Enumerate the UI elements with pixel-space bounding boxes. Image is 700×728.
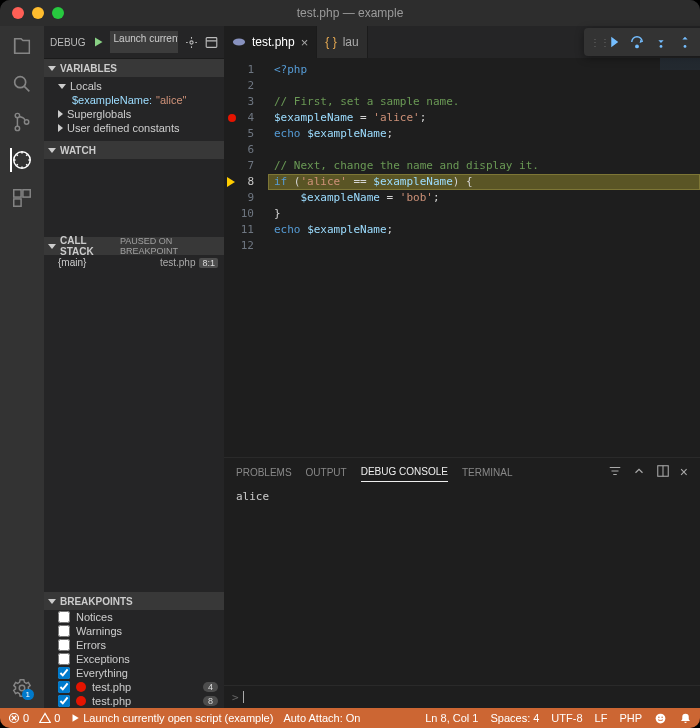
- gutter-line[interactable]: 9: [224, 190, 268, 206]
- code-line[interactable]: $exampleName = 'alice';: [268, 110, 700, 126]
- code-area[interactable]: <?php// First, set a sample name.$exampl…: [268, 58, 700, 457]
- explorer-icon[interactable]: [10, 34, 34, 58]
- status-cursor-pos[interactable]: Ln 8, Col 1: [425, 712, 478, 724]
- gutter-line[interactable]: 11: [224, 222, 268, 238]
- gutter-line[interactable]: 5: [224, 126, 268, 142]
- start-debug-button[interactable]: [92, 36, 104, 48]
- superglobals-node[interactable]: Superglobals: [44, 107, 224, 121]
- step-out-button[interactable]: [676, 33, 694, 51]
- zoom-window-button[interactable]: [52, 7, 64, 19]
- breakpoint-checkbox[interactable]: [58, 625, 70, 637]
- breakpoint-checkbox[interactable]: [58, 639, 70, 651]
- breakpoint-checkbox[interactable]: [58, 611, 70, 623]
- code-line[interactable]: // First, set a sample name.: [268, 94, 700, 110]
- minimize-window-button[interactable]: [32, 7, 44, 19]
- gutter-line[interactable]: 10: [224, 206, 268, 222]
- callstack-section-header[interactable]: CALL STACKPAUSED ON BREAKPOINT: [44, 237, 224, 255]
- breakpoints-section-header[interactable]: BREAKPOINTS: [44, 592, 224, 610]
- breakpoint-checkbox[interactable]: [58, 681, 70, 693]
- user-constants-node[interactable]: User defined constants: [44, 121, 224, 135]
- code-line[interactable]: [268, 142, 700, 158]
- status-auto-attach[interactable]: Auto Attach: On: [283, 712, 360, 724]
- gutter-line[interactable]: 8: [224, 174, 268, 190]
- status-launch-config[interactable]: Launch currently open script (example): [70, 712, 273, 724]
- collapse-panel-icon[interactable]: [632, 464, 646, 480]
- gutter-line[interactable]: 12: [224, 238, 268, 254]
- code-line[interactable]: [268, 78, 700, 94]
- filter-icon[interactable]: [608, 464, 622, 480]
- extensions-icon[interactable]: [10, 186, 34, 210]
- breakpoint-category[interactable]: Exceptions: [44, 652, 224, 666]
- code-line[interactable]: $exampleName = 'bob';: [268, 190, 700, 206]
- status-eol[interactable]: LF: [595, 712, 608, 724]
- tab-test-php[interactable]: test.php ×: [224, 26, 317, 58]
- status-warnings[interactable]: 0: [39, 712, 60, 724]
- gutter-line[interactable]: 2: [224, 78, 268, 94]
- status-errors[interactable]: 0: [8, 712, 29, 724]
- status-feedback-icon[interactable]: [654, 712, 667, 725]
- variables-section-header[interactable]: VARIABLES: [44, 59, 224, 77]
- source-control-icon[interactable]: [10, 110, 34, 134]
- gutter-line[interactable]: 4: [224, 110, 268, 126]
- gutter-line[interactable]: 6: [224, 142, 268, 158]
- step-over-button[interactable]: [628, 33, 646, 51]
- code-editor[interactable]: 123456789101112 <?php// First, set a sam…: [224, 58, 700, 457]
- tab-launch-json[interactable]: { } lau: [317, 26, 367, 58]
- close-panel-icon[interactable]: ×: [680, 464, 688, 480]
- debug-toolbar[interactable]: ⋮⋮: [584, 28, 700, 56]
- settings-gear-icon[interactable]: 1: [10, 676, 34, 700]
- debug-console-input[interactable]: >: [224, 685, 700, 708]
- status-bell-icon[interactable]: [679, 712, 692, 725]
- code-line[interactable]: echo $exampleName;: [268, 222, 700, 238]
- breakpoint-checkbox[interactable]: [58, 695, 70, 707]
- gutter-line[interactable]: 7: [224, 158, 268, 174]
- watch-section-header[interactable]: WATCH: [44, 141, 224, 159]
- status-encoding[interactable]: UTF-8: [551, 712, 582, 724]
- breakpoint-label: test.php: [92, 681, 131, 693]
- variable-item[interactable]: $exampleName: "alice": [44, 93, 224, 107]
- breakpoint-checkbox[interactable]: [58, 653, 70, 665]
- breakpoint-category[interactable]: Notices: [44, 610, 224, 624]
- close-window-button[interactable]: [12, 7, 24, 19]
- code-line[interactable]: if ('alice' == $exampleName) {: [268, 174, 700, 190]
- code-line[interactable]: <?php: [268, 62, 700, 78]
- maximize-panel-icon[interactable]: [656, 464, 670, 480]
- svg-point-2: [15, 126, 19, 130]
- callstack-frame[interactable]: {main} test.php 8:1: [44, 255, 224, 270]
- debug-config-select[interactable]: Launch currently op: [110, 31, 178, 53]
- toolbar-grip-icon[interactable]: ⋮⋮: [590, 37, 598, 48]
- minimap[interactable]: [660, 58, 700, 118]
- panel-tab-terminal[interactable]: TERMINAL: [462, 463, 513, 482]
- breakpoint-item[interactable]: test.php8: [44, 694, 224, 708]
- status-language[interactable]: PHP: [619, 712, 642, 724]
- code-line[interactable]: echo $exampleName;: [268, 126, 700, 142]
- debug-settings-icon[interactable]: [184, 35, 198, 49]
- step-into-button[interactable]: [652, 33, 670, 51]
- breakpoint-category[interactable]: Warnings: [44, 624, 224, 638]
- breakpoint-item[interactable]: test.php4: [44, 680, 224, 694]
- debug-console-toggle-icon[interactable]: [204, 35, 218, 49]
- code-line[interactable]: }: [268, 206, 700, 222]
- debug-console-output[interactable]: alice: [224, 486, 700, 685]
- debug-icon[interactable]: [10, 148, 34, 172]
- editor-area: test.php × { } lau ⋮⋮: [224, 26, 700, 708]
- close-tab-icon[interactable]: ×: [301, 36, 309, 49]
- breakpoint-category[interactable]: Everything: [44, 666, 224, 680]
- panel-tab-problems[interactable]: PROBLEMS: [236, 463, 292, 482]
- search-icon[interactable]: [10, 72, 34, 96]
- code-line[interactable]: [268, 238, 700, 254]
- code-line[interactable]: // Next, change the name and display it.: [268, 158, 700, 174]
- status-indentation[interactable]: Spaces: 4: [490, 712, 539, 724]
- panel-tab-output[interactable]: OUTPUT: [306, 463, 347, 482]
- breakpoint-label: Errors: [76, 639, 106, 651]
- continue-button[interactable]: [604, 33, 622, 51]
- panel-tab-debug-console[interactable]: DEBUG CONSOLE: [361, 462, 448, 482]
- locals-node[interactable]: Locals: [44, 79, 224, 93]
- gutter-line[interactable]: 3: [224, 94, 268, 110]
- breakpoint-checkbox[interactable]: [58, 667, 70, 679]
- gutter-line[interactable]: 1: [224, 62, 268, 78]
- svg-point-21: [661, 716, 662, 717]
- breakpoint-dot-icon: [76, 696, 86, 706]
- breakpoint-category[interactable]: Errors: [44, 638, 224, 652]
- line-gutter[interactable]: 123456789101112: [224, 58, 268, 457]
